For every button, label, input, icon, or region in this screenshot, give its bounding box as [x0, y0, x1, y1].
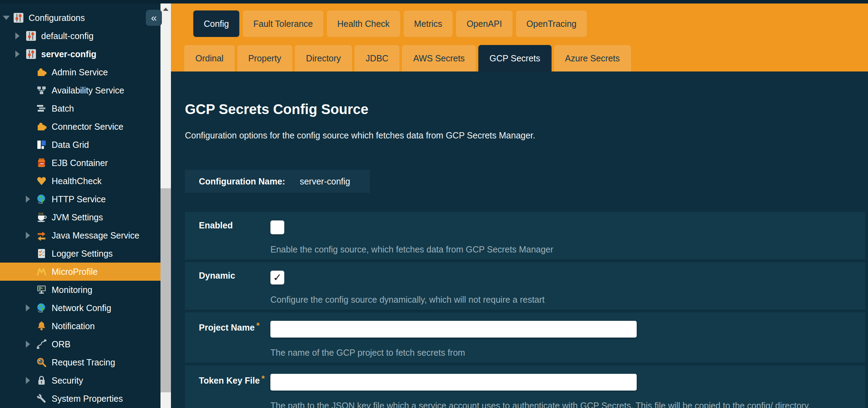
sidebar-item-connector-service[interactable]: Connector Service [0, 118, 160, 136]
required-asterisk: * [262, 374, 265, 383]
sidebar-item-java-message-service[interactable]: Java Message Service [0, 226, 160, 244]
tab-metrics[interactable]: Metrics [404, 10, 453, 37]
sidebar-item-jvm-settings[interactable]: JVM Settings [0, 208, 160, 226]
sidebar-item-label: Logger Settings [52, 249, 113, 259]
token-key-file-label: Token Key File [199, 376, 260, 385]
sidebar-item-availability-service[interactable]: Availability Service [0, 81, 160, 99]
expander-right-icon[interactable] [26, 341, 36, 348]
magnifier-icon [36, 357, 47, 368]
heart-icon [36, 176, 47, 186]
sidebar-item-label: default-config [41, 31, 93, 41]
globe-icon [36, 303, 47, 313]
microprofile-icon [36, 266, 47, 277]
availability-icon [36, 85, 47, 96]
sidebar-item-logger-settings[interactable]: Logger Settings [0, 244, 160, 263]
sidebar-item-label: Batch [52, 104, 74, 114]
sidebar-item-server-config[interactable]: server-config [0, 45, 160, 63]
tab-azure-secrets[interactable]: Azure Secrets [554, 45, 631, 71]
tab-directory[interactable]: Directory [295, 45, 352, 71]
main-content: GCP Secrets Config Source Configuration … [171, 71, 868, 408]
config-icon [13, 13, 24, 23]
config-icon [26, 31, 36, 41]
tabs-header: ConfigFault ToleranceHealth CheckMetrics… [171, 3, 868, 71]
dynamic-help-text: Configure the config source dynamically,… [270, 294, 851, 305]
tab-ordinal[interactable]: Ordinal [184, 45, 235, 71]
field-control-col: Enable the config source, which fetches … [270, 220, 865, 255]
configuration-name-value: server-config [300, 176, 350, 187]
tab-openapi[interactable]: OpenAPI [456, 10, 512, 37]
sidebar-item-default-config[interactable]: default-config [0, 27, 160, 45]
tab-fault-tolerance[interactable]: Fault Tolerance [243, 10, 323, 37]
checklist-icon [36, 248, 47, 259]
sidebar-item-label: Network Config [52, 303, 111, 313]
tab-property[interactable]: Property [237, 45, 292, 71]
enabled-label: Enabled [199, 220, 233, 230]
sidebar-item-label: Availability Service [52, 85, 124, 96]
puzzle-icon [36, 121, 47, 132]
sidebar-item-orb[interactable]: ORB [0, 335, 160, 353]
jar-icon: JAR [36, 158, 47, 168]
secondary-tab-bar: OrdinalPropertyDirectoryJDBCAWS SecretsG… [184, 45, 631, 71]
field-control-col: The name of the GCP project to fetch sec… [270, 321, 865, 358]
sidebar-item-network-config[interactable]: Network Config [0, 299, 160, 317]
sidebar-item-monitoring[interactable]: Monitoring [0, 281, 160, 299]
sidebar-item-label: MicroProfile [52, 267, 98, 277]
sidebar-item-label: Java Message Service [52, 231, 140, 241]
tab-gcp-secrets[interactable]: GCP Secrets [478, 45, 551, 71]
token-key-file-input[interactable] [270, 374, 637, 391]
project-name-input[interactable] [270, 321, 637, 338]
tab-config[interactable]: Config [193, 10, 239, 37]
scroll-up-icon[interactable] [163, 8, 169, 11]
expander-right-icon[interactable] [26, 304, 36, 311]
expander-right-icon[interactable] [26, 377, 36, 384]
sidebar-item-ejb-container[interactable]: JAREJB Container [0, 154, 160, 172]
field-label-col: Token Key File* [185, 374, 270, 408]
scrollbar-thumb[interactable] [160, 188, 171, 392]
sidebar-collapse-button[interactable]: « [146, 10, 162, 26]
dynamic-label: Dynamic [199, 271, 235, 280]
field-control-col: ✓Configure the config source dynamically… [270, 271, 865, 305]
sidebar-item-security[interactable]: Security [0, 371, 160, 390]
expander-right-icon[interactable] [15, 51, 26, 58]
sidebar-item-healthcheck[interactable]: HealthCheck [0, 172, 160, 190]
tab-jdbc[interactable]: JDBC [354, 45, 399, 71]
field-row-project-name: Project Name*The name of the GCP project… [185, 312, 865, 363]
arrows-icon [36, 230, 47, 241]
sidebar-item-request-tracing[interactable]: Request Tracing [0, 353, 160, 371]
sidebar-item-data-grid[interactable]: Data Grid [0, 136, 160, 154]
sidebar-item-microprofile[interactable]: MicroProfile [0, 263, 160, 281]
expander-right-icon[interactable] [26, 196, 36, 203]
sidebar-item-label: Notification [52, 321, 95, 331]
top-strip [0, 0, 868, 3]
sidebar-item-label: Request Tracing [52, 357, 115, 368]
tab-aws-secrets[interactable]: AWS Secrets [402, 45, 476, 71]
coffee-icon [36, 212, 47, 222]
config-source-form: EnabledEnable the config source, which f… [185, 212, 865, 408]
expander-right-icon[interactable] [26, 232, 36, 239]
page-title: GCP Secrets Config Source [185, 101, 868, 117]
configuration-name-panel: Configuration Name: server-config [185, 170, 370, 193]
enabled-checkbox[interactable] [270, 220, 284, 234]
field-label-col: Dynamic [185, 271, 270, 305]
sidebar-item-label: Admin Service [52, 67, 108, 77]
sidebar-item-label: HealthCheck [52, 176, 102, 186]
sidebar-item-system-properties[interactable]: System Properties [0, 390, 160, 408]
sidebar-item-label: ORB [52, 339, 70, 349]
field-row-token-key-file: Token Key File*The path to the JSON key … [185, 365, 865, 408]
monitor-icon [36, 285, 47, 295]
expander-down-icon[interactable] [3, 16, 13, 20]
dynamic-checkbox[interactable]: ✓ [270, 271, 284, 285]
expander-right-icon[interactable] [15, 32, 26, 39]
project-name-label: Project Name [199, 323, 255, 332]
sidebar-item-http-service[interactable]: HTTP Service [0, 190, 160, 208]
field-label-col: Project Name* [185, 321, 270, 358]
sidebar-item-notification[interactable]: Notification [0, 317, 160, 335]
tab-health-check[interactable]: Health Check [327, 10, 400, 37]
globe-icon [36, 194, 47, 204]
sidebar-item-admin-service[interactable]: Admin Service [0, 63, 160, 81]
sidebar-item-batch[interactable]: Batch [0, 99, 160, 118]
sidebar-scrollbar[interactable] [160, 3, 171, 408]
sidebar-item-configurations[interactable]: Configurations [0, 9, 160, 27]
tab-opentracing[interactable]: OpenTracing [516, 10, 587, 37]
puzzle-icon [36, 67, 47, 77]
